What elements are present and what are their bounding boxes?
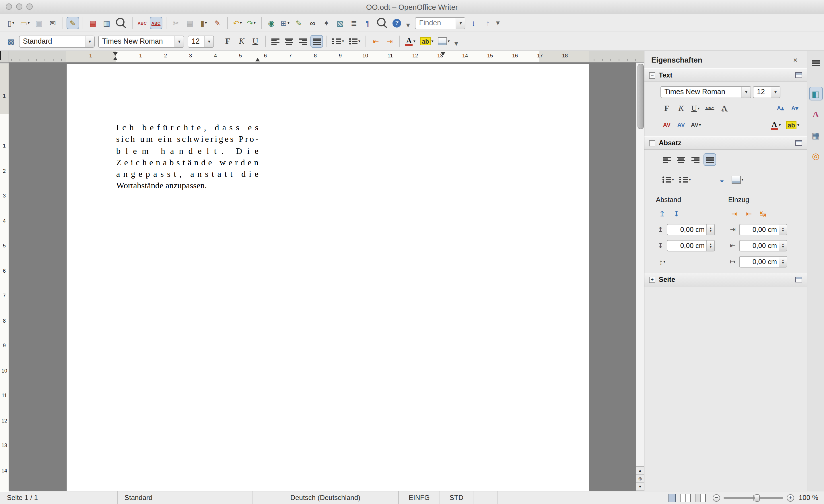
page-indicator[interactable]: Seite 1 / 1 [0, 491, 118, 504]
stepper[interactable]: ▴▾ [706, 240, 714, 251]
stepper[interactable]: ▴▾ [779, 240, 787, 251]
italic-button[interactable]: K [235, 35, 248, 47]
sidebar-hanging-indent-button[interactable]: ↹ [757, 207, 769, 220]
chevron-down-icon[interactable]: ▾ [741, 86, 750, 97]
sidebar-highlighting-button[interactable]: ab▾ [784, 119, 801, 131]
open-document-button[interactable]: ▭▾ [18, 17, 31, 29]
book-view-button[interactable] [695, 493, 706, 502]
insert-mode-indicator[interactable]: EINFG [399, 491, 440, 504]
sidebar-options-button[interactable] [809, 56, 823, 70]
paragraph-section-header[interactable]: − Absatz [644, 136, 807, 150]
undo-button[interactable]: ↶▾ [231, 17, 244, 29]
selection-mode-indicator[interactable]: STD [440, 491, 474, 504]
dropdown-caret-icon[interactable]: ▾ [288, 21, 290, 25]
stepper[interactable]: ▴▾ [779, 257, 787, 267]
sidebar-strikethrough-button[interactable]: ABC [704, 102, 716, 115]
auto-spellcheck-button[interactable]: ABC [150, 17, 163, 29]
scroll-down-button[interactable]: ▼ [636, 483, 644, 491]
dropdown-caret-icon[interactable]: ▾ [12, 21, 14, 25]
dropdown-caret-icon[interactable]: ▾ [240, 21, 242, 25]
properties-tab-button[interactable]: ◧ [809, 87, 823, 100]
draw-functions-button[interactable]: ✎ [293, 17, 305, 29]
text-dialog-launcher-icon[interactable] [795, 72, 802, 78]
toolbar-options-button[interactable]: ▾ [494, 19, 502, 27]
collapse-icon[interactable]: − [649, 72, 655, 78]
dropdown-caret-icon[interactable]: ▾ [413, 39, 415, 43]
spacing-below-spinner[interactable]: 0,00 cm ▴▾ [667, 240, 715, 251]
document-page[interactable]: Ich befürchte, dass essich um ein schwie… [66, 64, 589, 491]
help-button[interactable]: ? [391, 17, 403, 29]
dropdown-caret-icon[interactable]: ▾ [663, 260, 665, 264]
dropdown-caret-icon[interactable]: ▾ [797, 123, 799, 127]
sidebar-font-color-button[interactable]: A▾ [768, 119, 783, 131]
find-next-button[interactable]: ↓ [468, 17, 480, 29]
gallery-tab-button[interactable]: ▦ [809, 128, 823, 142]
close-window-button[interactable] [6, 3, 12, 10]
nonprinting-characters-button[interactable]: ¶ [362, 17, 374, 29]
first-line-indent-spinner[interactable]: 0,00 cm ▴▾ [739, 256, 787, 268]
bullet-list-button[interactable]: ▾ [347, 35, 362, 47]
chevron-down-icon[interactable]: ▾ [204, 36, 213, 47]
dropdown-caret-icon[interactable]: ▾ [448, 39, 450, 43]
sidebar-increase-spacing-button[interactable]: AV [675, 119, 688, 131]
email-document-button[interactable]: ✉ [46, 17, 59, 29]
sidebar-decrease-spacing-button[interactable]: AV [660, 119, 673, 131]
scroll-up-button[interactable]: ▲ [636, 467, 644, 475]
bold-button[interactable]: F [221, 35, 234, 47]
sidebar-paragraph-background-button[interactable]: ◒ [716, 173, 728, 186]
redo-button[interactable]: ↷▾ [245, 17, 258, 29]
page-section-header[interactable]: + Seite [644, 273, 807, 286]
dropdown-caret-icon[interactable]: ▾ [779, 123, 781, 127]
hyperlink-button[interactable]: ◉ [265, 17, 278, 29]
align-right-button[interactable] [297, 35, 309, 47]
underline-button[interactable]: U [249, 35, 262, 47]
chevron-down-icon[interactable]: ▾ [175, 36, 184, 47]
print-button[interactable]: ▥ [100, 17, 113, 29]
font-size-combo[interactable]: 12 ▾ [188, 35, 214, 47]
dropdown-caret-icon[interactable]: ▾ [342, 39, 344, 43]
document-modified-indicator[interactable] [474, 491, 498, 504]
navigate-by-button[interactable]: ◎ [636, 475, 644, 483]
text-section-header[interactable]: − Text [644, 68, 807, 82]
background-color-button[interactable]: ▾ [436, 35, 451, 47]
decrease-indent-button[interactable]: ⇤ [370, 35, 382, 47]
paste-button[interactable]: ▮▾ [197, 17, 210, 29]
maximize-window-button[interactable] [26, 3, 33, 10]
sidebar-shadow-button[interactable]: A [718, 102, 730, 115]
zoom-out-button[interactable]: − [713, 494, 720, 501]
indent-after-spinner[interactable]: 0,00 cm ▴▾ [739, 240, 787, 251]
find-input[interactable]: Finden ▾ [415, 17, 466, 29]
sidebar-increase-font-button[interactable]: A▴ [774, 102, 787, 115]
document-canvas[interactable]: Ich befürchte, dass essich um ein schwie… [9, 63, 636, 491]
stepper[interactable]: ▴▾ [706, 224, 714, 235]
dropdown-caret-icon[interactable]: ▾ [741, 177, 743, 182]
zoom-in-button[interactable]: + [787, 494, 794, 501]
paragraph-dialog-launcher-icon[interactable] [795, 140, 802, 146]
dropdown-caret-icon[interactable]: ▾ [672, 177, 674, 182]
dropdown-caret-icon[interactable]: ▾ [358, 39, 360, 43]
find-replace-button[interactable]: ∞ [306, 17, 319, 29]
sidebar-italic-button[interactable]: K [675, 102, 688, 115]
zoom-button[interactable] [375, 17, 390, 29]
sidebar-align-left-button[interactable] [660, 153, 673, 166]
tab-stop-marker[interactable] [441, 52, 445, 56]
insert-table-button[interactable]: ⊞▾ [279, 17, 292, 29]
expand-icon[interactable]: + [649, 276, 655, 283]
paragraph-style-combo[interactable]: Standard ▾ [19, 35, 95, 47]
zoom-slider-thumb[interactable] [754, 494, 760, 501]
sidebar-numbered-list-button[interactable]: ▾ [678, 173, 693, 186]
sidebar-underline-button[interactable]: U▾ [689, 102, 702, 115]
dropdown-caret-icon[interactable]: ▾ [698, 106, 700, 111]
align-center-button[interactable] [283, 35, 296, 47]
line-spacing-button[interactable]: ↕▾ [656, 256, 668, 268]
zoom-level[interactable]: 100 % [797, 494, 824, 502]
font-color-button[interactable]: A▾ [403, 35, 417, 47]
zoom-slider[interactable] [724, 497, 783, 499]
navigator-button[interactable]: ✦ [320, 17, 333, 29]
spellcheck-button[interactable]: ABC [136, 17, 148, 29]
font-name-combo[interactable]: Times New Roman ▾ [98, 35, 184, 47]
sidebar-decrease-indent-button[interactable]: ⇤ [742, 207, 755, 220]
sidebar-align-center-button[interactable] [675, 153, 688, 166]
toolbar-overflow-button[interactable]: ▾ [453, 39, 460, 47]
dropdown-caret-icon[interactable]: ▾ [699, 123, 701, 127]
